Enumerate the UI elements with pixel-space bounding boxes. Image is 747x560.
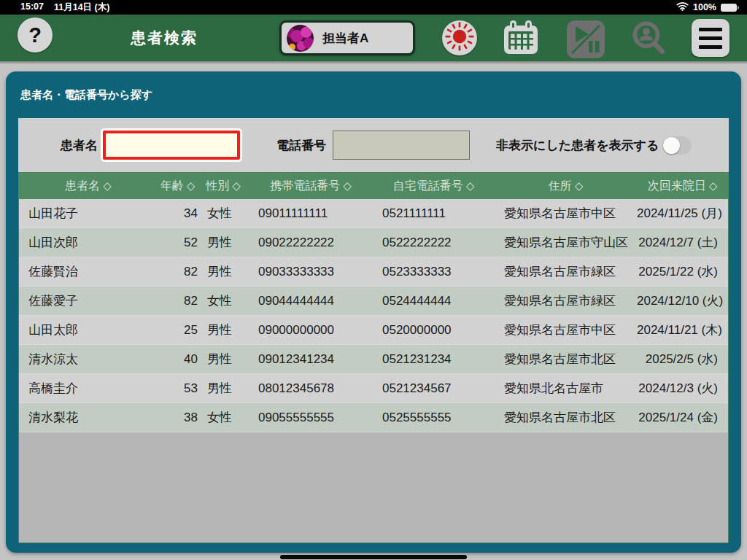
- sort-icon: ◇: [232, 179, 241, 192]
- wifi-icon: [676, 1, 689, 13]
- sort-icon: ◇: [343, 179, 352, 192]
- avatar: [287, 25, 314, 52]
- search-panel: 患者名・電話番号から探す 患者名 電話番号 非表示にした患者を表示する 患者名◇…: [6, 71, 741, 553]
- screen: 15:07 11月14日 (木) 100% ? 患者検索 担当者A: [0, 0, 747, 560]
- phone-input[interactable]: [333, 131, 470, 160]
- sort-icon: ◇: [466, 179, 475, 192]
- sort-icon: ◇: [187, 179, 196, 192]
- calendar-button[interactable]: [502, 19, 540, 60]
- sort-icon: ◇: [103, 179, 112, 192]
- column-header-mobile[interactable]: 携帯電話番号◇: [249, 179, 373, 194]
- table-row[interactable]: 清水涼太 40 男性 09012341234 0521231234 愛知県名古屋…: [19, 345, 728, 374]
- play-pause-disabled-icon: [566, 20, 605, 62]
- recall-button[interactable]: [442, 20, 477, 55]
- table-row[interactable]: 山田花子 34 女性 09011111111 0521111111 愛知県名古屋…: [19, 199, 728, 228]
- hamburger-icon: [699, 28, 722, 31]
- patient-name-label: 患者名: [61, 137, 98, 154]
- show-hidden-label: 非表示にした患者を表示する: [496, 137, 659, 154]
- help-button[interactable]: ?: [18, 18, 53, 52]
- table-row[interactable]: 高橋圭介 53 男性 08012345678 0521234567 愛知県北名古…: [19, 374, 728, 403]
- column-header-gender[interactable]: 性別◇: [198, 179, 249, 194]
- status-date: 11月14日 (木): [54, 1, 109, 14]
- column-header-age[interactable]: 年齢◇: [158, 179, 198, 194]
- patient-name-input[interactable]: [103, 131, 240, 160]
- panel-title: 患者名・電話番号から探す: [6, 71, 741, 118]
- table-row[interactable]: 山田太郎 25 男性 09000000000 0520000000 愛知県名古屋…: [19, 316, 728, 345]
- table-empty-area: [19, 432, 728, 542]
- column-header-address[interactable]: 住所◇: [495, 179, 637, 194]
- staff-name: 担当者A: [322, 30, 368, 47]
- status-bar: 15:07 11月14日 (木) 100%: [0, 0, 747, 15]
- table-header-row: 患者名◇ 年齢◇ 性別◇ 携帯電話番号◇ 自宅電話番号◇ 住所◇ 次回来院日◇: [19, 173, 728, 199]
- search-form: 患者名 電話番号 非表示にした患者を表示する: [18, 118, 729, 172]
- person-search-icon: [629, 19, 668, 61]
- table-row[interactable]: 山田次郎 52 男性 09022222222 0522222222 愛知県名古屋…: [19, 228, 728, 257]
- page-title: 患者検索: [109, 15, 219, 61]
- table-row[interactable]: 清水梨花 38 女性 09055555555 0525555555 愛知県名古屋…: [19, 403, 728, 432]
- sun-icon: [444, 20, 476, 55]
- status-time: 15:07: [20, 1, 44, 14]
- column-header-name[interactable]: 患者名◇: [19, 179, 158, 194]
- app-header: ? 患者検索 担当者A: [0, 15, 747, 61]
- battery-percent: 100%: [693, 2, 716, 12]
- battery-icon: [721, 4, 737, 12]
- menu-button[interactable]: [692, 19, 729, 57]
- sort-icon: ◇: [709, 179, 718, 192]
- column-header-home[interactable]: 自宅電話番号◇: [373, 179, 495, 194]
- toggle-knob: [663, 137, 680, 154]
- column-header-next-visit[interactable]: 次回来院日◇: [637, 179, 728, 194]
- phone-label: 電話番号: [276, 137, 326, 154]
- calendar-icon: [502, 19, 540, 60]
- patients-table: 患者名◇ 年齢◇ 性別◇ 携帯電話番号◇ 自宅電話番号◇ 住所◇ 次回来院日◇ …: [18, 172, 729, 543]
- table-row[interactable]: 佐藤賢治 82 男性 09033333333 0523333333 愛知県名古屋…: [19, 257, 728, 287]
- play-pause-button: [566, 20, 605, 62]
- home-indicator[interactable]: [280, 555, 467, 559]
- staff-button[interactable]: 担当者A: [279, 20, 415, 55]
- question-icon: ?: [28, 23, 42, 47]
- show-hidden-toggle[interactable]: [662, 136, 692, 155]
- table-row[interactable]: 佐藤愛子 82 女性 09044444444 0524444444 愛知県名古屋…: [19, 287, 728, 316]
- person-search-button: [629, 19, 668, 61]
- sort-icon: ◇: [575, 179, 584, 192]
